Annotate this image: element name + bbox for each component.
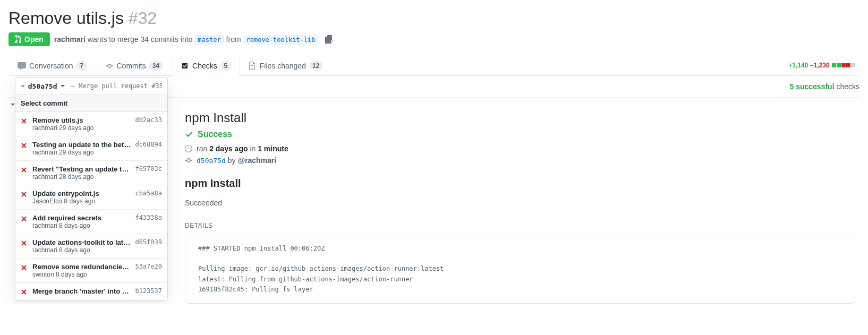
copy-branch-button[interactable]	[323, 33, 335, 45]
details-label: DETAILS	[185, 222, 860, 229]
state-badge: Open	[8, 32, 50, 46]
x-icon	[21, 215, 28, 222]
commit-item-meta: rachmari 8 days ago	[32, 246, 131, 254]
commit-item-meta: JasonEtco 8 days ago	[32, 197, 131, 205]
commit-item-meta: rachmari 29 days ago	[32, 124, 131, 132]
commit-list-item[interactable]: Remove utils.jsrachmari 29 days agodd2ac…	[15, 112, 167, 136]
tab-conversation-count: 7	[76, 61, 87, 71]
diffstat-block-add	[837, 63, 841, 67]
copy-icon	[325, 35, 333, 44]
tab-commits-label: Commits	[117, 62, 146, 70]
pr-meta-text: rachmari wants to merge 34 commits into …	[54, 35, 319, 44]
git-pull-request-icon	[15, 35, 22, 44]
commit-item-sha: d65f039	[135, 238, 162, 246]
diffstat-block-neutral	[851, 63, 855, 67]
commit-item-sha: cba5a8a	[135, 190, 162, 197]
commit-item-title: Remove utils.js	[32, 116, 131, 124]
tab-files-label: Files changed	[260, 62, 306, 70]
clock-icon	[185, 144, 192, 153]
diffstat-block-add	[832, 63, 836, 67]
tab-checks-label: Checks	[192, 62, 217, 70]
x-icon	[21, 142, 28, 149]
selected-commit-msg: — Merge pull request #35 from github-dev…	[71, 82, 162, 90]
x-icon	[21, 117, 28, 125]
success-count: 5 successful	[789, 82, 834, 91]
select-menu-header: Select commit	[15, 95, 167, 112]
commit-list-item[interactable]: Testing an update to the beta ve…rachmar…	[15, 136, 167, 161]
commit-item-title: Testing an update to the beta ve…	[32, 141, 131, 149]
commit-item-meta: rachmari 29 days ago	[32, 149, 131, 156]
commit-item-title: Merge branch 'master' into rem…	[32, 287, 131, 295]
checks-summary: 5 successful checks	[789, 82, 860, 91]
pr-title-text: Remove utils.js	[8, 8, 124, 28]
commit-list-item[interactable]: Revert "Testing an update to th…rachmari…	[15, 161, 167, 185]
head-branch[interactable]: remove-toolkit-lib	[243, 35, 319, 45]
tab-commits-count: 34	[149, 61, 163, 71]
commit-list-item[interactable]: Update actions-toolkit to latest …rachma…	[15, 234, 167, 259]
check-title: npm Install	[185, 110, 860, 125]
commit-icon	[185, 156, 192, 165]
state-text: Open	[24, 35, 44, 44]
tab-files-count: 12	[309, 61, 322, 71]
pr-number: #32	[129, 8, 157, 28]
commit-list-item[interactable]: Add required secretsrachmari 8 days agof…	[15, 210, 167, 234]
tab-checks-count: 5	[220, 61, 231, 71]
commit-item-sha: dc68894	[135, 141, 162, 148]
file-diff-icon	[249, 62, 257, 70]
commit-item-meta: rachmari 28 days ago	[32, 173, 131, 181]
pr-author-link[interactable]: rachmari	[54, 35, 86, 44]
commit-select-trigger[interactable]: d50a75d — Merge pull request #35 from gi…	[15, 78, 167, 95]
diff-additions: +1,140	[788, 62, 808, 69]
commit-icon	[105, 62, 114, 70]
ran-text: ran 2 days ago in 1 minute	[197, 144, 288, 153]
chevron-down-icon	[61, 85, 65, 89]
commit-item-title: Add required secrets	[32, 214, 131, 222]
commit-list-item[interactable]: Merge branch 'master' into rem…b123537	[15, 283, 167, 300]
commit-item-sha: 53a7e20	[135, 263, 162, 270]
diffstat-block-del	[846, 63, 850, 67]
commit-list-item[interactable]: Remove some redundancies be…swinton 8 da…	[15, 259, 167, 283]
x-icon	[21, 166, 28, 174]
base-branch[interactable]: master	[194, 35, 224, 45]
log-output: ### STARTED npm Install 00:06:20Z Pullin…	[185, 235, 855, 304]
commit-item-sha: f43338a	[135, 214, 162, 221]
check-author-link[interactable]: @rachmari	[237, 156, 276, 165]
commit-item-title: Update actions-toolkit to latest …	[32, 238, 131, 246]
commit-select-menu: d50a75d — Merge pull request #35 from gi…	[15, 77, 168, 300]
commit-item-title: Update entrypoint.js	[32, 190, 131, 197]
commit-item-title: Revert "Testing an update to th…	[32, 165, 131, 173]
commit-item-meta: swinton 8 days ago	[32, 271, 131, 278]
diffstat-block-del	[841, 63, 846, 67]
x-icon	[21, 191, 28, 198]
commit-item-sha: dd2ac33	[135, 116, 162, 124]
x-icon	[21, 288, 28, 296]
status-text: Success	[198, 130, 232, 139]
commit-list-item[interactable]: Update entrypoint.jsJasonEtco 8 days ago…	[15, 185, 167, 210]
comment-icon	[18, 62, 26, 70]
commit-sha-link[interactable]: d50a75d	[197, 157, 226, 165]
x-icon	[21, 264, 28, 271]
diffstat: +1,140 −1,230	[788, 62, 860, 69]
tab-conversation-label: Conversation	[29, 62, 73, 70]
tab-commits[interactable]: Commits 34	[96, 55, 172, 76]
x-icon	[21, 239, 28, 247]
commit-item-sha: b123537	[135, 287, 162, 295]
tab-conversation[interactable]: Conversation 7	[8, 55, 96, 76]
tab-files[interactable]: Files changed 12	[240, 55, 332, 76]
pr-title: Remove utils.js #32	[8, 8, 860, 28]
commit-item-sha: f65703c	[135, 165, 162, 173]
check-icon	[185, 130, 193, 139]
tab-checks[interactable]: Checks 5	[172, 56, 240, 76]
check-section-title: npm Install	[185, 177, 860, 194]
selected-sha: d50a75d	[28, 82, 57, 90]
check-status-line: Succeeded	[185, 199, 860, 207]
commit-icon	[21, 82, 25, 90]
commit-item-meta: rachmari 8 days ago	[32, 222, 131, 229]
diff-deletions: −1,230	[810, 62, 830, 69]
commit-item-title: Remove some redundancies be…	[32, 263, 131, 271]
checklist-icon	[181, 62, 189, 70]
